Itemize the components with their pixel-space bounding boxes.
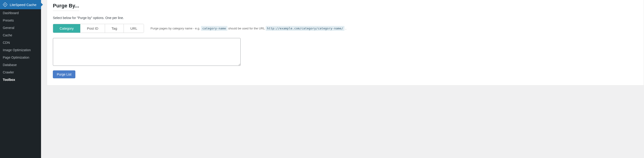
sidebar-item-dashboard[interactable]: Dashboard [0, 9, 41, 17]
tab-category[interactable]: Category [53, 24, 80, 33]
help-text-mid: should be used for the URL [228, 27, 266, 30]
sidebar-item-label: Toolbox [3, 78, 15, 82]
help-text-post: . [344, 27, 346, 30]
sidebar-brand[interactable]: LiteSpeed Cache [0, 0, 41, 9]
section-title: Purge By... [53, 3, 79, 11]
sidebar-item-label: Crawler [3, 70, 14, 74]
sidebar-item-label: Page Optimization [3, 56, 29, 59]
sidebar-item-label: Presets [3, 18, 14, 22]
sidebar-item-general[interactable]: General [0, 24, 41, 32]
purge-by-tabs: Category Post ID Tag URL [53, 24, 144, 33]
purge-input[interactable] [53, 38, 241, 66]
sidebar-item-label: CDN [3, 41, 10, 44]
sidebar-item-label: General [3, 26, 14, 30]
section-description: Select below for "Purge by" options. One… [53, 16, 638, 20]
sidebar-item-label: Dashboard [3, 11, 19, 15]
sidebar-item-image-optimization[interactable]: Image Optimization [0, 46, 41, 54]
main-content: Purge By... Select below for "Purge by" … [41, 0, 644, 158]
sidebar-item-toolbox[interactable]: Toolbox [0, 76, 41, 84]
sidebar-item-label: Cache [3, 33, 12, 37]
sidebar-item-label: Image Optimization [3, 48, 31, 52]
tab-post-id[interactable]: Post ID [80, 24, 105, 33]
brand-label: LiteSpeed Cache [10, 3, 36, 7]
tab-url[interactable]: URL [124, 24, 144, 33]
sidebar-item-crawler[interactable]: Crawler [0, 68, 41, 76]
sidebar-item-cache[interactable]: Cache [0, 32, 41, 39]
sidebar-item-cdn[interactable]: CDN [0, 39, 41, 46]
sidebar-item-database[interactable]: Database [0, 61, 41, 68]
sidebar: LiteSpeed Cache Dashboard Presets Genera… [0, 0, 41, 158]
help-text-pre: Purge pages by category name - e.g. [150, 27, 201, 30]
sidebar-item-label: Database [3, 63, 17, 67]
content-box: Purge By... Select below for "Purge by" … [47, 0, 644, 86]
tabs-row: Category Post ID Tag URL Purge pages by … [53, 24, 638, 33]
litespeed-icon [3, 2, 8, 7]
help-code-1: category-name [201, 26, 228, 31]
help-code-2: http://example.com/category/category-nam… [266, 26, 345, 31]
help-text: Purge pages by category name - e.g. cate… [150, 27, 346, 30]
sidebar-item-page-optimization[interactable]: Page Optimization [0, 54, 41, 61]
purge-list-button[interactable]: Purge List [53, 70, 75, 78]
sidebar-item-presets[interactable]: Presets [0, 17, 41, 24]
tab-tag[interactable]: Tag [105, 24, 124, 33]
